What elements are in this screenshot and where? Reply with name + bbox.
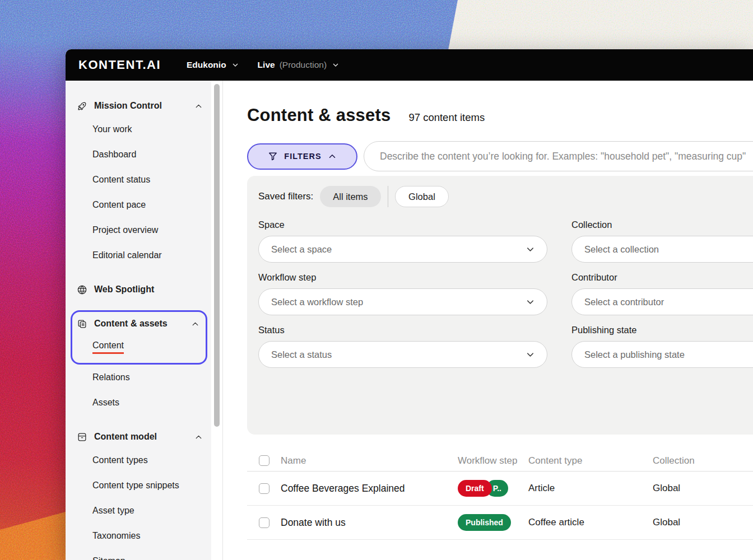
kontent-ai-logo: KONTENT.AI	[78, 58, 161, 72]
search-toolbar: FILTERS	[247, 141, 753, 171]
filter-field-contributor: Contributor Select a contributor	[571, 272, 753, 315]
sidebar-group-label: Content & assets	[94, 319, 168, 329]
sidebar: Mission Control Your work Dashboard Cont…	[66, 81, 211, 560]
top-bar: KONTENT.AI Edukonio Live (Production)	[66, 49, 753, 81]
publishing-state-select[interactable]: Select a publishing state	[571, 341, 753, 368]
sidebar-group-label: Web Spotlight	[94, 284, 154, 295]
filters-button[interactable]: FILTERS	[247, 143, 357, 170]
saved-filters-label: Saved filters:	[258, 191, 313, 202]
search-input[interactable]	[364, 141, 753, 171]
filter-field-space: Space Select a space	[258, 220, 547, 263]
scrollbar-thumb[interactable]	[214, 84, 220, 427]
collection-select[interactable]: Select a collection	[571, 236, 753, 263]
table-row[interactable]: Coffee Beverages Explained Draft P.. Art…	[247, 472, 753, 506]
sidebar-group-content-assets[interactable]: Content & assets	[72, 313, 206, 334]
item-name: Coffee Beverages Explained	[281, 483, 458, 494]
page-title: Content & assets	[247, 105, 391, 125]
table-header-row: Name Workflow step Content type Collecti…	[247, 450, 753, 472]
item-name: Donate with us	[281, 517, 458, 529]
filter-funnel-icon	[267, 151, 278, 162]
item-collection: Global	[653, 483, 753, 494]
rocket-icon	[77, 101, 87, 111]
column-header-content-type: Content type	[528, 455, 653, 466]
item-content-type: Coffee article	[528, 517, 653, 528]
chevron-down-icon	[231, 60, 240, 69]
environment-switcher[interactable]: Live (Production)	[258, 60, 340, 70]
sidebar-item-content-types[interactable]: Content types	[66, 447, 211, 473]
sidebar-item-content-active[interactable]: Content	[72, 334, 206, 360]
workflow-badges: Published	[458, 514, 528, 531]
sidebar-group-web-spotlight[interactable]: Web Spotlight	[66, 279, 211, 300]
workflow-step-select[interactable]: Select a workflow step	[258, 288, 547, 315]
environment-name: Live	[258, 60, 275, 70]
chevron-down-icon	[331, 60, 340, 69]
sidebar-item-sitemap[interactable]: Sitemap	[66, 548, 211, 560]
app-window: KONTENT.AI Edukonio Live (Production) Mi…	[66, 49, 753, 560]
filter-field-publishing-state: Publishing state Select a publishing sta…	[571, 325, 753, 368]
workflow-badge-draft: Draft	[458, 480, 492, 497]
archive-icon	[77, 432, 87, 442]
sidebar-item-assets[interactable]: Assets	[66, 390, 211, 415]
app-body: Mission Control Your work Dashboard Cont…	[66, 81, 753, 560]
sidebar-item-content-type-snippets[interactable]: Content type snippets	[66, 473, 211, 498]
workflow-badges: Draft P..	[458, 480, 528, 497]
item-content-type: Article	[528, 483, 653, 494]
workspace-name: Edukonio	[187, 60, 226, 70]
sidebar-item-editorial-calendar[interactable]: Editorial calendar	[66, 242, 211, 268]
item-collection: Global	[653, 517, 753, 528]
table-row[interactable]: Donate with us Published Coffee article …	[247, 506, 753, 540]
chevron-up-icon	[194, 101, 203, 111]
sidebar-item-relations[interactable]: Relations	[66, 365, 211, 390]
filter-fields: Space Select a space Collection Select a…	[258, 220, 753, 368]
sidebar-item-taxonomies[interactable]: Taxonomies	[66, 523, 211, 548]
space-select[interactable]: Select a space	[258, 236, 547, 263]
chevron-down-icon	[525, 297, 536, 307]
workspace-switcher[interactable]: Edukonio	[187, 60, 240, 70]
status-select[interactable]: Select a status	[258, 341, 547, 368]
filter-field-collection: Collection Select a collection	[571, 220, 753, 263]
chip-divider	[388, 186, 389, 207]
row-checkbox[interactable]	[259, 483, 269, 494]
content-assets-highlight-box: Content & assets Content	[71, 310, 207, 365]
contributor-select[interactable]: Select a contributor	[571, 288, 753, 315]
chevron-down-icon	[525, 349, 536, 360]
sidebar-group-content-model[interactable]: Content model	[66, 426, 211, 447]
content-items-table: Name Workflow step Content type Collecti…	[247, 450, 753, 540]
sidebar-item-content-status[interactable]: Content status	[66, 167, 211, 192]
documents-icon	[77, 319, 87, 329]
sidebar-item-your-work[interactable]: Your work	[66, 116, 211, 142]
sidebar-group-label: Mission Control	[94, 101, 162, 111]
column-header-name: Name	[281, 455, 458, 466]
saved-filters-row: Saved filters: All items Global	[258, 186, 753, 207]
chevron-down-icon	[525, 244, 536, 255]
content-items-count: 97 content items	[408, 111, 485, 124]
select-all-checkbox[interactable]	[259, 455, 269, 466]
environment-note: (Production)	[280, 60, 327, 70]
main-content: Content & assets 97 content items FILTER…	[223, 81, 753, 560]
sidebar-item-project-overview[interactable]: Project overview	[66, 217, 211, 242]
saved-filter-global[interactable]: Global	[395, 186, 449, 207]
sidebar-scrollbar[interactable]	[211, 81, 223, 560]
sidebar-group-label: Content model	[94, 432, 157, 442]
sidebar-item-asset-type[interactable]: Asset type	[66, 498, 211, 523]
column-header-collection: Collection	[653, 455, 753, 466]
workflow-badge-published: Published	[458, 514, 511, 531]
saved-filter-all-items[interactable]: All items	[320, 186, 380, 207]
filter-field-status: Status Select a status	[258, 325, 547, 368]
chevron-up-icon	[190, 319, 200, 329]
filter-field-workflow-step: Workflow step Select a workflow step	[258, 272, 547, 315]
chevron-up-icon	[194, 432, 203, 442]
sidebar-group-mission-control[interactable]: Mission Control	[66, 95, 211, 116]
page-header: Content & assets 97 content items	[247, 105, 753, 125]
row-checkbox[interactable]	[259, 517, 269, 528]
filter-panel: Saved filters: All items Global Space Se…	[247, 176, 753, 435]
globe-icon	[77, 284, 87, 295]
chevron-up-icon	[327, 151, 337, 161]
column-header-workflow-step: Workflow step	[458, 455, 528, 466]
sidebar-item-dashboard[interactable]: Dashboard	[66, 142, 211, 167]
sidebar-item-content-pace[interactable]: Content pace	[66, 192, 211, 217]
filters-button-label: FILTERS	[284, 152, 321, 161]
